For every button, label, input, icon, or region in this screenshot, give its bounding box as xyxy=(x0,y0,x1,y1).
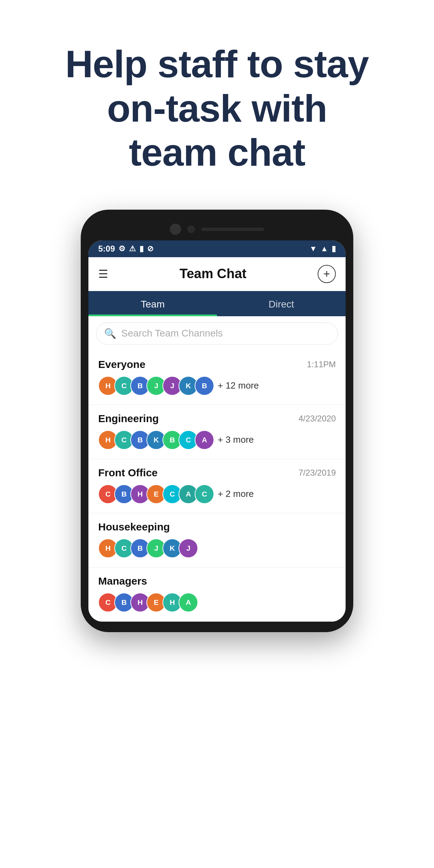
status-right: ▼ ▲ ▮ xyxy=(309,244,336,253)
add-channel-button[interactable]: + xyxy=(318,265,336,283)
gear-icon: ⚙ xyxy=(118,244,125,253)
signal-icon: ▲ xyxy=(320,244,328,253)
status-bar: 5:09 ⚙ ⚠ ▮ ⊘ ▼ ▲ ▮ xyxy=(88,240,346,257)
app-header: ☰ Team Chat + xyxy=(88,257,346,291)
channel-name: Managers xyxy=(98,575,147,587)
search-input[interactable]: Search Team Channels xyxy=(121,328,223,339)
channel-time: 1:11PM xyxy=(307,360,336,369)
wifi-icon: ▼ xyxy=(309,244,317,253)
more-label: + 12 more xyxy=(218,380,259,391)
channel-item[interactable]: Everyone1:11PMHCBJJKB+ 12 more xyxy=(88,351,346,405)
hero-section: Help staff to stay on-task with team cha… xyxy=(0,0,434,203)
channel-time: 7/23/2019 xyxy=(298,468,336,478)
phone-screen: 5:09 ⚙ ⚠ ▮ ⊘ ▼ ▲ ▮ ☰ Team Chat + xyxy=(88,240,346,622)
header-title: Team Chat xyxy=(180,266,246,281)
channel-item[interactable]: Engineering4/23/2020HCBKBCA+ 3 more xyxy=(88,405,346,459)
channel-item[interactable]: ManagersCBHEHA xyxy=(88,567,346,622)
avatar: A xyxy=(195,430,214,450)
plus-icon: + xyxy=(323,267,330,281)
channel-name: Engineering xyxy=(98,413,159,425)
channel-item[interactable]: HousekeepingHCBJKJ xyxy=(88,513,346,567)
search-bar: 🔍 Search Team Channels xyxy=(88,316,346,351)
channel-name: Everyone xyxy=(98,359,145,370)
tab-team[interactable]: Team xyxy=(88,291,217,316)
battery-full-icon: ▮ xyxy=(332,244,336,253)
circle-icon: ⊘ xyxy=(147,244,153,253)
phone-sensor xyxy=(187,225,195,233)
avatar: J xyxy=(179,538,198,558)
phone-camera xyxy=(170,224,181,235)
more-label: + 3 more xyxy=(218,434,254,445)
channel-list: Everyone1:11PMHCBJJKB+ 12 moreEngineerin… xyxy=(88,351,346,622)
battery-icon: ▮ xyxy=(139,244,144,253)
channel-name: Front Office xyxy=(98,467,158,479)
more-label: + 2 more xyxy=(218,489,254,499)
channel-name: Housekeeping xyxy=(98,521,170,533)
avatar: B xyxy=(195,376,214,396)
search-input-wrapper[interactable]: 🔍 Search Team Channels xyxy=(96,323,338,345)
status-left: 5:09 ⚙ ⚠ ▮ ⊘ xyxy=(98,244,153,254)
channel-time: 4/23/2020 xyxy=(298,414,336,424)
tab-direct[interactable]: Direct xyxy=(217,291,346,316)
phone-top-bar xyxy=(88,220,346,240)
phone-outer: 5:09 ⚙ ⚠ ▮ ⊘ ▼ ▲ ▮ ☰ Team Chat + xyxy=(81,210,353,632)
hamburger-icon[interactable]: ☰ xyxy=(98,267,108,281)
channel-item[interactable]: Front Office7/23/2019CBHECAC+ 2 more xyxy=(88,459,346,513)
tabs-container: Team Direct xyxy=(88,291,346,316)
status-time: 5:09 xyxy=(98,244,115,254)
avatar: A xyxy=(179,593,198,612)
phone-mockup: 5:09 ⚙ ⚠ ▮ ⊘ ▼ ▲ ▮ ☰ Team Chat + xyxy=(81,210,353,632)
phone-speaker xyxy=(201,227,264,231)
warning-icon: ⚠ xyxy=(129,244,136,253)
avatar: C xyxy=(195,484,214,504)
hero-title: Help staff to stay on-task with team cha… xyxy=(28,42,406,175)
search-icon: 🔍 xyxy=(104,328,116,339)
